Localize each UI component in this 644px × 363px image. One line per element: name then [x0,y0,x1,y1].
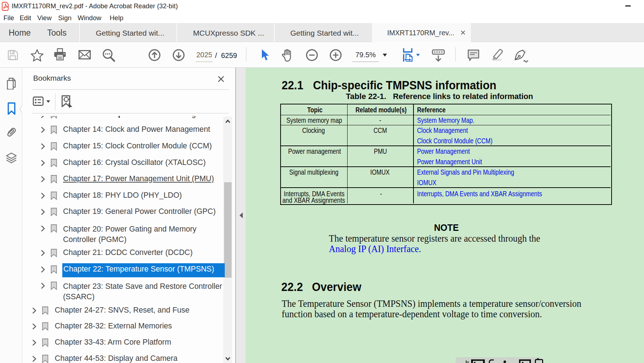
svg-text:g: g [192,116,196,118]
